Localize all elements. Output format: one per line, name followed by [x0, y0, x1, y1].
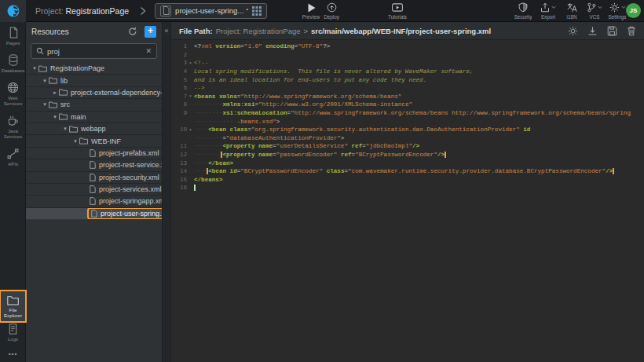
file-tree[interactable]: ▾RegistrationPage▾lib▸project-external-d…: [26, 63, 162, 220]
text-cursor: [194, 185, 196, 191]
more-options-icon[interactable]: •••: [0, 350, 26, 357]
delete-button[interactable]: [627, 26, 636, 36]
tree-item-project-services.xml[interactable]: project-services.xml: [26, 184, 162, 196]
code-text: </beans>: [194, 177, 644, 183]
sidebar-item-databases[interactable]: Databases: [0, 49, 26, 77]
tree-caret-icon[interactable]: ▾: [41, 78, 49, 84]
tree-caret-icon[interactable]: ▾: [61, 126, 69, 132]
coffee-icon: [7, 115, 19, 126]
wavemaker-logo[interactable]: [0, 0, 26, 22]
logs-icon: [8, 324, 18, 335]
tree-caret-icon[interactable]: ▾: [41, 101, 49, 108]
modified-indicator: •: [246, 5, 248, 13]
file-settings-button[interactable]: [568, 26, 578, 36]
tree-item-project-springapp.xml[interactable]: project-springapp.xml: [26, 196, 162, 207]
refresh-icon[interactable]: [128, 27, 137, 36]
tree-item-src[interactable]: ▾src: [26, 99, 162, 111]
file-icon: [90, 197, 96, 205]
tree-caret-icon[interactable]: ▾: [31, 65, 38, 71]
tree-item-project-security.xml[interactable]: project-security.xml: [26, 172, 162, 184]
open-file-tab[interactable]: project-user-spring... •: [155, 3, 267, 19]
tree-caret-icon[interactable]: ▾: [71, 138, 79, 144]
code-editor[interactable]: 1<?xml version="1.0" encoding="UTF-8"?>2…: [171, 40, 644, 192]
folder-explorer-icon: [7, 295, 19, 305]
tree-item-label: project-services.xml: [99, 185, 162, 193]
tutorials-button[interactable]: Tutorials: [383, 2, 412, 20]
tree-item-lib[interactable]: ▾lib: [26, 75, 162, 86]
sidebar-item-file-explorer[interactable]: File Explorer: [0, 291, 26, 322]
project-name[interactable]: RegistrationPage: [66, 6, 130, 16]
code-line-13: 13····</bean>: [171, 159, 644, 167]
trash-icon: [627, 26, 636, 36]
sidebar-item-java-services[interactable]: Java Services: [0, 110, 26, 143]
panel-divider[interactable]: «: [163, 22, 171, 362]
file-actions: [568, 26, 636, 36]
code-text: Local spring modifications. This file is…: [194, 68, 644, 75]
translate-icon: [560, 2, 584, 13]
i18n-button[interactable]: i18N: [560, 2, 584, 20]
tree-caret-icon[interactable]: ▸: [51, 90, 59, 96]
tree-item-RegistrationPage[interactable]: ▾RegistrationPage: [26, 63, 162, 75]
tree-item-label: project-user-spring.xml: [101, 210, 162, 218]
tree-item-label: main: [71, 113, 86, 121]
add-resource-button[interactable]: +: [145, 26, 156, 38]
tab-label: project-user-spring...: [175, 6, 243, 15]
code-text: ········<property name="passwordEncoder"…: [194, 152, 644, 158]
line-number: 7: [171, 93, 187, 100]
save-button[interactable]: [607, 26, 617, 36]
deploy-button[interactable]: Deploy: [317, 2, 346, 20]
code-line-15: 15</beans>: [171, 176, 644, 185]
tree-item-project-rest-service.xml[interactable]: project-rest-service.xml: [26, 159, 162, 171]
line-number: 3: [171, 60, 187, 66]
file-path-separator: >: [304, 27, 309, 35]
tree-item-label: WEB-INF: [91, 137, 121, 145]
folder-icon: [79, 137, 88, 144]
tree-item-label: project-springapp.xml: [99, 197, 162, 205]
download-icon: [587, 26, 598, 36]
annotation-highlight: <bean id="BCryptPasswordEncoder" class="…: [208, 168, 613, 174]
line-number: 4: [171, 68, 187, 75]
tree-item-label: project-security.xml: [99, 174, 159, 181]
code-line-10: 10▾····<bean class="org.springframework.…: [171, 126, 644, 134]
user-avatar[interactable]: JS: [626, 3, 641, 18]
grid-icon[interactable]: [252, 6, 262, 16]
editor-column: File Path: Project: RegistrationPage > s…: [171, 22, 644, 362]
fold-caret-icon[interactable]: ▾: [187, 60, 194, 66]
download-button[interactable]: [587, 26, 598, 36]
line-number: 6: [171, 85, 187, 91]
database-icon: [8, 54, 19, 66]
tree-item-project-prefabs.xml[interactable]: project-prefabs.xml: [26, 148, 162, 159]
clear-search-icon[interactable]: ✕: [145, 47, 152, 55]
line-number: 16: [171, 185, 187, 191]
video-icon: [383, 2, 412, 13]
fold-caret-icon[interactable]: ▾: [187, 93, 194, 99]
tree-item-project-external-dependency-jars[interactable]: ▸project-external-dependency-jars: [26, 87, 162, 99]
line-number: 2: [171, 52, 187, 58]
file-path-project: Project: RegistrationPage: [216, 27, 301, 35]
code-line-11: 11········<property name="userDetailsSer…: [171, 142, 644, 151]
tree-item-main[interactable]: ▾main: [26, 112, 162, 123]
tree-caret-icon[interactable]: ▾: [51, 114, 59, 120]
tree-item-label: lib: [60, 77, 68, 85]
sidebar-item-pages[interactable]: Pages: [0, 22, 26, 49]
code-line-14: 14····<bean id="BCryptPasswordEncoder" c…: [171, 167, 644, 176]
collapse-panel-icon[interactable]: «: [163, 27, 170, 35]
code-line-9: 9········xsi:schemaLocation="http://www.…: [171, 109, 644, 118]
tree-item-WEB-INF[interactable]: ▾WEB-INF: [26, 135, 162, 147]
export-button[interactable]: Export: [536, 2, 561, 20]
search-input[interactable]: [47, 47, 142, 56]
tree-item-label: RegistrationPage: [50, 64, 104, 72]
code-text: ············-beans.xsd">: [194, 119, 644, 125]
code-line-4: 4Local spring modifications. This file i…: [171, 68, 644, 76]
vcs-button[interactable]: VCS: [583, 2, 606, 20]
security-button[interactable]: Security: [510, 2, 536, 20]
sidebar-item-apis[interactable]: APIs: [0, 143, 26, 170]
tree-item-project-user-spring.xml[interactable]: project-user-spring.xml: [26, 208, 162, 220]
i18n-label: i18N: [560, 14, 584, 20]
tree-item-webapp[interactable]: ▾webapp: [26, 123, 162, 135]
code-text: [194, 185, 644, 191]
fold-caret-icon[interactable]: ▾: [187, 127, 194, 133]
annotation-highlight: <property name="passwordEncoder" ref="BC…: [222, 152, 445, 158]
sidebar-item-web-services[interactable]: Web Services: [0, 77, 26, 110]
sidebar-item-logs[interactable]: Logs: [0, 319, 26, 346]
